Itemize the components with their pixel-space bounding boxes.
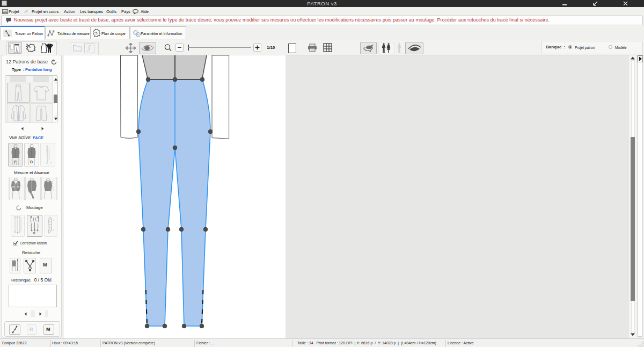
- svg-text:5: 5: [96, 31, 98, 35]
- svg-text:F: F: [14, 160, 17, 164]
- svg-text:D: D: [30, 160, 33, 164]
- svg-text:M: M: [33, 232, 35, 234]
- svg-text:P: P: [50, 161, 52, 164]
- svg-text:T: T: [17, 232, 19, 234]
